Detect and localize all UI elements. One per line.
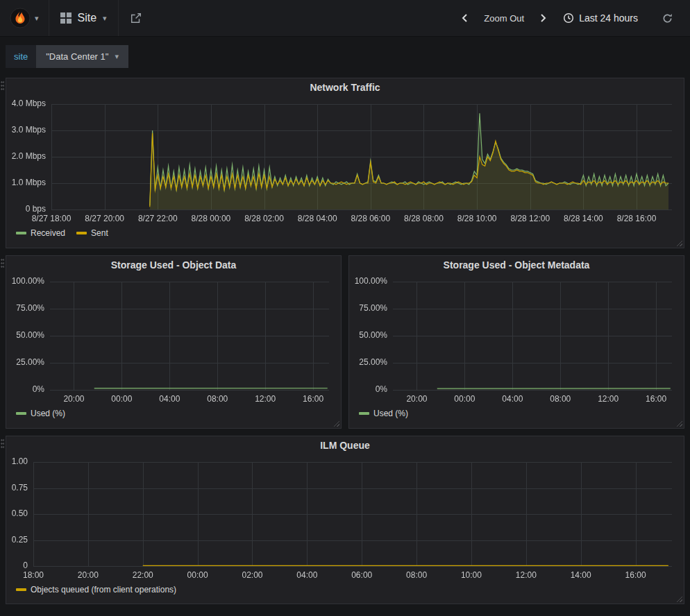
panel-resize-handle[interactable] — [332, 419, 339, 427]
chevron-down-icon: ▾ — [35, 15, 39, 22]
ilm-queue-legend: Objects queued (from client operations) — [6, 583, 684, 594]
chevron-down-icon: ▾ — [103, 15, 107, 22]
legend-swatch-icon — [16, 412, 26, 415]
legend-label: Sent — [91, 228, 108, 238]
variable-label: site — [6, 45, 36, 68]
legend-label: Received — [31, 228, 65, 238]
legend-item[interactable]: Sent — [76, 228, 108, 238]
share-icon — [130, 12, 142, 24]
row-drag-handle[interactable] — [1, 438, 4, 450]
legend-swatch-icon — [16, 588, 26, 591]
zoom-out-button[interactable]: Zoom Out — [477, 9, 531, 28]
panel-storage-object-data: Storage Used - Object Data Used (%) — [6, 255, 342, 429]
dashboard-row-2: Storage Used - Object Data Used (%) Stor… — [6, 255, 684, 429]
storage-object-metadata-legend: Used (%) — [349, 407, 684, 418]
legend-item[interactable]: Received — [16, 228, 65, 238]
storage-object-data-legend: Used (%) — [6, 407, 341, 418]
grafana-logo-icon — [10, 8, 31, 28]
legend-label: Used (%) — [31, 409, 65, 418]
legend-item[interactable]: Used (%) — [16, 409, 65, 418]
network-traffic-chart[interactable] — [8, 97, 682, 226]
variable-bar: site "Data Center 1" ▾ — [0, 37, 690, 78]
chevron-left-icon — [460, 12, 470, 24]
row-drag-handle[interactable] — [1, 80, 4, 92]
apps-grid-icon — [60, 12, 71, 24]
grafana-menu-button[interactable]: ▾ — [0, 8, 49, 28]
dashboard-row-1: Network Traffic ReceivedSent — [6, 78, 684, 248]
refresh-icon — [662, 12, 673, 24]
storage-object-metadata-chart[interactable] — [351, 275, 682, 407]
share-dashboard-button[interactable] — [119, 0, 153, 36]
clock-icon — [563, 12, 574, 24]
panel-network-traffic: Network Traffic ReceivedSent — [6, 78, 684, 248]
legend-label: Objects queued (from client operations) — [31, 585, 176, 594]
legend-label: Used (%) — [373, 409, 408, 418]
dashboard-title: Site — [78, 12, 97, 24]
dashboard-picker-button[interactable]: Site ▾ — [49, 12, 118, 24]
navbar-left: ▾ Site ▾ — [0, 0, 153, 36]
template-variable: site "Data Center 1" ▾ — [6, 45, 128, 68]
refresh-button[interactable] — [655, 8, 680, 28]
time-shift-back-button[interactable] — [456, 8, 474, 28]
chevron-down-icon: ▾ — [115, 53, 119, 60]
dashboard: Network Traffic ReceivedSent Storage Use… — [0, 78, 690, 604]
legend-item[interactable]: Used (%) — [359, 409, 408, 418]
panel-title-storage-object-metadata[interactable]: Storage Used - Object Metadata — [349, 256, 684, 275]
ilm-queue-chart[interactable] — [8, 455, 682, 583]
row-drag-handle[interactable] — [1, 258, 4, 269]
navbar: ▾ Site ▾ Zoom Out — [0, 0, 690, 37]
panel-resize-handle[interactable] — [675, 594, 682, 602]
legend-swatch-icon — [16, 232, 26, 234]
storage-object-data-chart[interactable] — [8, 275, 339, 407]
legend-swatch-icon — [359, 412, 369, 415]
panel-title-ilm-queue[interactable]: ILM Queue — [6, 436, 684, 455]
variable-value-text: "Data Center 1" — [46, 51, 108, 62]
panel-title-storage-object-data[interactable]: Storage Used - Object Data — [6, 256, 341, 275]
network-traffic-legend: ReceivedSent — [6, 226, 684, 238]
time-shift-forward-button[interactable] — [534, 8, 552, 28]
time-range-label: Last 24 hours — [579, 12, 638, 24]
dashboard-row-3: ILM Queue Objects queued (from client op… — [6, 436, 684, 604]
variable-value-dropdown[interactable]: "Data Center 1" ▾ — [36, 45, 128, 68]
panel-storage-object-metadata: Storage Used - Object Metadata Used (%) — [348, 255, 684, 429]
panel-ilm-queue: ILM Queue Objects queued (from client op… — [6, 436, 684, 604]
legend-item[interactable]: Objects queued (from client operations) — [16, 585, 176, 594]
zoom-out-label: Zoom Out — [484, 13, 524, 24]
time-range-picker-button[interactable]: Last 24 hours — [555, 8, 646, 28]
panel-title-network-traffic[interactable]: Network Traffic — [6, 78, 684, 97]
legend-swatch-icon — [76, 232, 87, 234]
panel-resize-handle[interactable] — [675, 239, 682, 246]
panel-resize-handle[interactable] — [675, 419, 682, 427]
chevron-right-icon — [538, 12, 548, 24]
navbar-right: Zoom Out Last 24 hours — [456, 0, 690, 36]
